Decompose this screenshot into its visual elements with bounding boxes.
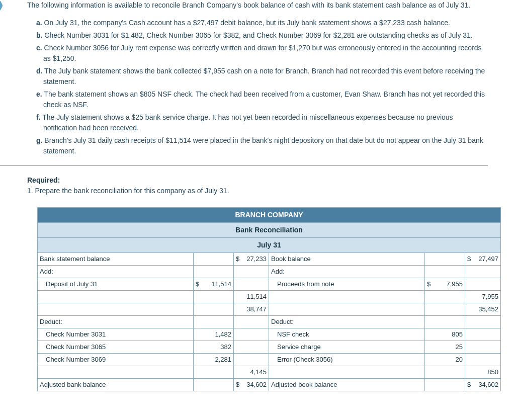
adjusted-book-value: $ 34,602 (465, 379, 500, 391)
adjusted-row: Adjusted bank balance $ 34,602 Adjusted … (38, 379, 500, 391)
add-total-row: 11,514 7,955 (38, 291, 500, 303)
balance-row: Bank statement balance $ 27,233 Book bal… (38, 253, 500, 266)
left-deduct-label: Deduct: (38, 316, 194, 328)
error-3056-amount[interactable]: 20 (425, 354, 465, 366)
service-charge-amount[interactable]: 25 (425, 341, 465, 353)
required-section: Required: 1. Prepare the bank reconcilia… (0, 175, 515, 391)
detail-spacer-left (194, 253, 234, 265)
items-list: a. On July 31, the company's Cash accoun… (27, 18, 488, 156)
book-balance-label[interactable]: Book balance (269, 253, 425, 265)
proceeds-label[interactable]: Proceeds from note (269, 278, 425, 290)
item-e: e. The bank statement shows an $805 NSF … (36, 89, 488, 110)
empty-deduct-left[interactable] (38, 366, 194, 378)
proceeds-amount[interactable]: $ 7,955 (425, 278, 465, 290)
table-subtitle2: July 31 (38, 238, 500, 253)
item-b: b. Check Number 3031 for $1,482, Check N… (36, 30, 488, 41)
left-running-total: 38,747 (234, 303, 269, 315)
service-charge-label[interactable]: Service charge (269, 341, 425, 353)
bank-balance-cell[interactable]: $ 27,233 (234, 253, 269, 265)
running-row: 38,747 35,452 (38, 303, 500, 316)
item-g: g. Branch's July 31 daily cash receipts … (36, 135, 488, 156)
deduct-total-row: 4,145 850 (38, 366, 500, 379)
right-add-total: 7,955 (465, 291, 500, 303)
add-label-row: Add: Add: (38, 266, 500, 278)
intro-text: The following information is available t… (27, 0, 488, 11)
left-add-total: 11,514 (234, 291, 269, 303)
adjusted-bank-label[interactable]: Adjusted bank balance (38, 379, 194, 391)
right-add-label: Add: (269, 266, 425, 278)
check-3069-label[interactable]: Check Number 3069 (38, 354, 194, 366)
table-title: BRANCH COMPANY (38, 208, 500, 222)
nsf-amount[interactable]: 805 (425, 328, 465, 341)
left-add-label: Add: (38, 266, 194, 278)
problem-statement: The following information is available t… (0, 0, 515, 156)
right-deduct-total: 850 (465, 366, 500, 378)
deposit-label[interactable]: Deposit of July 31 (38, 278, 194, 290)
svg-marker-25 (0, 0, 3, 11)
adjusted-book-label[interactable]: Adjusted book balance (269, 379, 425, 391)
empty-deduct-detail-right[interactable] (425, 366, 465, 378)
right-running-total: 35,452 (465, 303, 500, 315)
left-deduct-total: 4,145 (234, 366, 269, 378)
empty-deduct-detail-left[interactable] (194, 366, 234, 378)
book-balance-cell[interactable]: $ 27,497 (465, 253, 500, 265)
item-d: d. The July bank statement shows the ban… (36, 66, 488, 87)
table-title-row: BRANCH COMPANY (38, 208, 500, 223)
empty-add-detail-left[interactable] (194, 291, 234, 303)
empty-add-right[interactable] (269, 291, 425, 303)
item-f: f. The July statement shows a $25 bank s… (36, 112, 488, 133)
detail-spacer-right (425, 253, 465, 265)
table-subtitle1-row: Bank Reconciliation (38, 223, 500, 238)
table-subtitle1: Bank Reconciliation (38, 223, 500, 237)
deduct-row-1: Check Number 3031 1,482 NSF check 805 (38, 328, 500, 341)
check-3065-amount[interactable]: 382 (194, 341, 234, 353)
bank-balance-label[interactable]: Bank statement balance (38, 253, 194, 265)
check-3065-label[interactable]: Check Number 3065 (38, 341, 194, 353)
empty-add-detail-right[interactable] (425, 291, 465, 303)
empty-deduct-right[interactable] (269, 366, 425, 378)
empty-add-left[interactable] (38, 291, 194, 303)
required-item-1: 1. Prepare the bank reconciliation for t… (27, 186, 488, 196)
check-3069-amount[interactable]: 2,281 (194, 354, 234, 366)
check-3031-amount[interactable]: 1,482 (194, 328, 234, 341)
nsf-label[interactable]: NSF check (269, 328, 425, 341)
deposit-amount[interactable]: $ 11,514 (194, 278, 234, 290)
error-3056-label[interactable]: Error (Check 3056) (269, 354, 425, 366)
required-header: Required: (27, 175, 488, 186)
deduct-row-3: Check Number 3069 2,281 Error (Check 305… (38, 354, 500, 366)
check-3031-label[interactable]: Check Number 3031 (38, 328, 194, 341)
right-deduct-label: Deduct: (269, 316, 425, 328)
deduct-label-row: Deduct: Deduct: (38, 316, 500, 328)
add-item-row-1: Deposit of July 31 $ 11,514 Proceeds fro… (38, 278, 500, 291)
deduct-row-2: Check Number 3065 382 Service charge 25 (38, 341, 500, 354)
divider (0, 165, 488, 166)
notch-icon (0, 0, 3, 391)
item-a: a. On July 31, the company's Cash accoun… (36, 18, 488, 28)
item-c: c. Check Number 3056 for July rent expen… (36, 43, 488, 64)
adjusted-bank-value: $ 34,602 (234, 379, 269, 391)
reconciliation-table: BRANCH COMPANY Bank Reconciliation July … (37, 207, 501, 391)
table-subtitle2-row: July 31 (38, 238, 500, 253)
